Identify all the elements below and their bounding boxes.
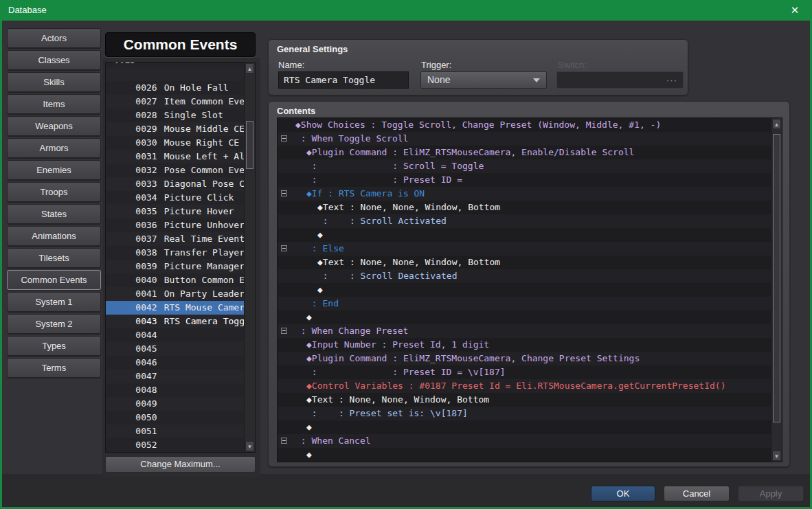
event-command-row[interactable]: ◆Text : None, None, Window, Bottom (278, 256, 771, 269)
collapse-toggle-icon[interactable] (281, 135, 287, 142)
event-id: 0036 (135, 220, 157, 230)
event-name: Button Common Event K (164, 275, 244, 285)
apply-button[interactable]: Apply (738, 486, 804, 501)
scroll-up-icon[interactable]: ▲ (772, 119, 781, 129)
event-command-row[interactable]: : When Toggle Scroll (278, 132, 771, 146)
sidebar-item-types[interactable]: Types (7, 336, 101, 356)
sidebar-item-armors[interactable]: Armors (7, 138, 101, 158)
general-settings-title: General Settings (277, 44, 348, 54)
event-command-text: : When Toggle Scroll (278, 132, 771, 146)
event-name: Mouse Right CE (164, 137, 240, 148)
event-command-text: : : Preset ID = (278, 173, 771, 187)
sidebar-item-states[interactable]: States (7, 204, 101, 224)
collapse-toggle-icon[interactable] (281, 438, 287, 444)
sidebar-item-items[interactable]: Items (7, 94, 101, 114)
sidebar-item-weapons[interactable]: Weapons (7, 116, 101, 136)
general-settings-group: General Settings Name: RTS Camera Toggle… (268, 39, 688, 95)
event-command-row[interactable]: ◆Plugin Command : EliMZ_RTSMouseCamera, … (278, 352, 771, 365)
event-command-text: : : Scroll = Toggle (278, 159, 771, 173)
event-command-text: ◆Text : None, None, Window, Bottom (278, 393, 771, 407)
sidebar-item-label: Types (42, 341, 66, 351)
sidebar-item-label: Tilesets (38, 253, 69, 263)
collapse-toggle-icon[interactable] (281, 190, 287, 196)
event-command-row[interactable]: : When Change Preset (278, 324, 771, 338)
event-command-row[interactable]: : End (278, 297, 771, 310)
scroll-down-icon[interactable]: ▼ (772, 451, 781, 461)
sidebar-item-skills[interactable]: Skills (7, 72, 101, 92)
event-name: On Party Leader Cha⋯ (164, 289, 244, 299)
scroll-down-icon[interactable]: ▼ (245, 441, 254, 451)
sidebar-item-actors[interactable]: Actors (7, 28, 101, 48)
event-id: 0044 (135, 330, 157, 340)
event-command-row[interactable]: ◆Control Variables : #0187 Preset Id = E… (278, 379, 771, 393)
event-command-row[interactable]: : : Scroll Activated (278, 214, 771, 228)
sidebar-item-classes[interactable]: Classes (7, 50, 101, 70)
event-id: 0051 (135, 426, 157, 436)
sidebar-item-troops[interactable]: Troops (7, 182, 101, 202)
sidebar-item-system-2[interactable]: System 2 (7, 314, 101, 334)
event-command-row[interactable]: : : Preset ID = (278, 173, 771, 187)
event-command-text: ◆Plugin Command : EliMZ_RTSMouseCamera, … (278, 146, 771, 159)
collapse-toggle-icon[interactable] (281, 328, 287, 334)
trigger-select[interactable]: None (420, 71, 547, 89)
window-title: Database (8, 0, 47, 21)
event-command-row[interactable]: ◆Plugin Command : EliMZ_RTSMouseCamera, … (278, 146, 771, 159)
sidebar-item-tilesets[interactable]: Tilesets (7, 248, 101, 268)
scroll-up-icon[interactable]: ▲ (245, 63, 254, 73)
cancel-button[interactable]: Cancel (664, 486, 730, 501)
event-command-row[interactable]: ◆ (278, 310, 771, 324)
event-command-row[interactable]: : : Preset ID = \v[187] (278, 365, 771, 379)
event-command-row[interactable]: ◆ (278, 420, 771, 434)
event-command-row[interactable]: : When Cancel (278, 434, 771, 448)
name-input[interactable]: RTS Camera Toggle (278, 71, 409, 89)
sidebar-item-animations[interactable]: Animations (7, 226, 101, 246)
sidebar-item-label: System 1 (35, 297, 72, 307)
event-command-row[interactable]: ◆If : RTS Camera is ON (278, 187, 771, 201)
event-command-text: ◆Input Number : Preset Id, 1 digit (278, 338, 771, 352)
event-id: 0041 (135, 289, 157, 299)
event-command-text: : : Preset ID = \v[187] (278, 365, 771, 379)
event-command-row[interactable]: : : Scroll = Toggle (278, 159, 771, 173)
event-id: 0033 (135, 179, 157, 189)
sidebar-item-system-1[interactable]: System 1 (7, 292, 101, 312)
main-surface: Actors Classes Skills Items Weapons Armo… (2, 21, 810, 507)
ok-button[interactable]: OK (591, 486, 655, 501)
event-command-row[interactable]: : Else (278, 242, 771, 256)
sidebar-item-label: Troops (41, 187, 68, 197)
scrollbar-thumb[interactable] (773, 134, 780, 422)
event-command-text: : : Preset set is: \v[187] (278, 407, 771, 420)
event-command-row[interactable]: ◆ (278, 283, 771, 297)
sidebar-item-terms[interactable]: Terms (7, 358, 101, 378)
event-command-text: ◆ (278, 283, 771, 297)
close-icon[interactable]: ✕ (783, 0, 807, 21)
event-command-row[interactable]: ◆Text : None, None, Window, Bottom (278, 201, 771, 214)
change-maximum-button[interactable]: Change Maximum... (105, 456, 256, 473)
sidebar-item-common-events[interactable]: Common Events (7, 270, 101, 290)
event-name: Picture Manager Lay⋯ (164, 261, 244, 271)
switch-browse-icon: ··· (666, 72, 677, 88)
sidebar-item-enemies[interactable]: Enemies (7, 160, 101, 180)
sidebar-item-label: States (41, 209, 67, 219)
sidebar-item-label: Armors (40, 143, 69, 153)
event-list-item[interactable]: 0026On Hole Fall (106, 67, 244, 81)
contents-scrollbar[interactable]: ▲ ▼ (771, 118, 782, 462)
event-list-clipped-row[interactable]: 0025 (106, 63, 244, 67)
scrollbar-thumb[interactable] (246, 121, 253, 169)
event-name: RTS Mouse Camera De⋯ (164, 302, 244, 313)
event-command-row[interactable]: ◆Input Number : Preset Id, 1 digit (278, 338, 771, 352)
event-command-row[interactable]: : : Preset set is: \v[187] (278, 407, 771, 420)
event-command-row[interactable]: ◆Text : None, None, Window, Bottom (278, 393, 771, 407)
event-list-scrollbar[interactable]: ▲ ▼ (244, 63, 255, 452)
trigger-selected-value: None (427, 74, 450, 85)
event-command-row[interactable]: ◆Show Choices : Toggle Scroll, Change Pr… (278, 118, 771, 132)
event-command-text: ◆ (278, 310, 771, 324)
event-name: RTS Camera Toggle (164, 316, 244, 326)
event-command-rows: ◆Show Choices : Toggle Scroll, Change Pr… (278, 118, 771, 462)
event-command-row[interactable]: : : Scroll Deactivated (278, 269, 771, 283)
event-command-row[interactable]: ◆ (278, 448, 771, 462)
event-id: 0026 (135, 82, 157, 93)
sidebar-item-label: Weapons (35, 121, 73, 131)
event-command-row[interactable]: ◆ (278, 228, 771, 242)
collapse-toggle-icon[interactable] (281, 245, 287, 251)
title-bar: Database ✕ (0, 0, 812, 21)
